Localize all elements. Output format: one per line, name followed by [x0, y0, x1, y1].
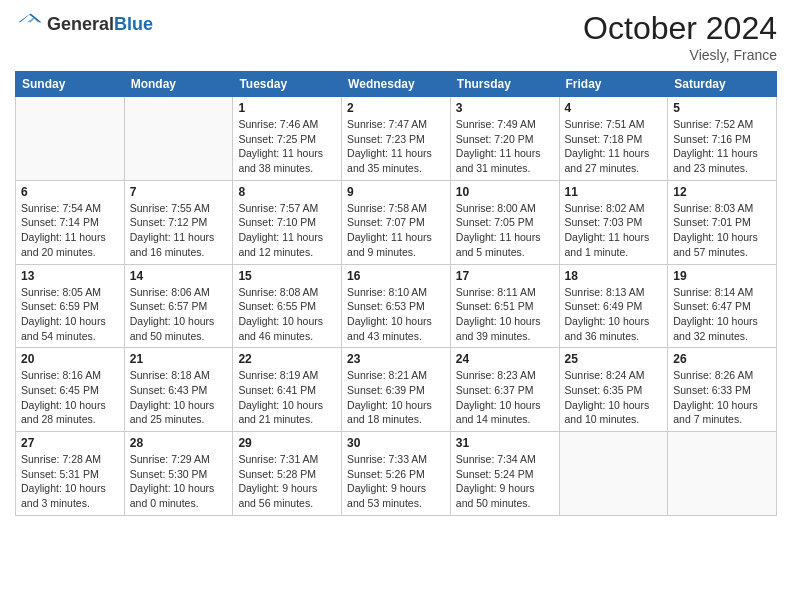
calendar-cell: 1Sunrise: 7:46 AMSunset: 7:25 PMDaylight… [233, 97, 342, 181]
day-info: Sunrise: 8:21 AMSunset: 6:39 PMDaylight:… [347, 368, 445, 427]
day-info: Sunrise: 7:29 AMSunset: 5:30 PMDaylight:… [130, 452, 228, 511]
calendar-cell: 9Sunrise: 7:58 AMSunset: 7:07 PMDaylight… [342, 180, 451, 264]
day-number: 14 [130, 269, 228, 283]
day-number: 30 [347, 436, 445, 450]
day-number: 3 [456, 101, 554, 115]
weekday-header-saturday: Saturday [668, 72, 777, 97]
day-number: 27 [21, 436, 119, 450]
calendar-header: SundayMondayTuesdayWednesdayThursdayFrid… [16, 72, 777, 97]
calendar-cell [668, 432, 777, 516]
day-number: 8 [238, 185, 336, 199]
day-number: 1 [238, 101, 336, 115]
day-info: Sunrise: 8:00 AMSunset: 7:05 PMDaylight:… [456, 201, 554, 260]
logo-blue: Blue [114, 14, 153, 34]
day-info: Sunrise: 7:51 AMSunset: 7:18 PMDaylight:… [565, 117, 663, 176]
calendar-week-5: 27Sunrise: 7:28 AMSunset: 5:31 PMDayligh… [16, 432, 777, 516]
day-number: 7 [130, 185, 228, 199]
day-info: Sunrise: 8:13 AMSunset: 6:49 PMDaylight:… [565, 285, 663, 344]
day-info: Sunrise: 8:08 AMSunset: 6:55 PMDaylight:… [238, 285, 336, 344]
day-info: Sunrise: 8:05 AMSunset: 6:59 PMDaylight:… [21, 285, 119, 344]
day-info: Sunrise: 7:49 AMSunset: 7:20 PMDaylight:… [456, 117, 554, 176]
weekday-header-monday: Monday [124, 72, 233, 97]
weekday-header-friday: Friday [559, 72, 668, 97]
calendar-cell: 18Sunrise: 8:13 AMSunset: 6:49 PMDayligh… [559, 264, 668, 348]
calendar-cell: 31Sunrise: 7:34 AMSunset: 5:24 PMDayligh… [450, 432, 559, 516]
day-number: 18 [565, 269, 663, 283]
weekday-header-thursday: Thursday [450, 72, 559, 97]
day-info: Sunrise: 8:19 AMSunset: 6:41 PMDaylight:… [238, 368, 336, 427]
day-number: 2 [347, 101, 445, 115]
calendar-cell: 10Sunrise: 8:00 AMSunset: 7:05 PMDayligh… [450, 180, 559, 264]
day-info: Sunrise: 8:16 AMSunset: 6:45 PMDaylight:… [21, 368, 119, 427]
day-info: Sunrise: 7:47 AMSunset: 7:23 PMDaylight:… [347, 117, 445, 176]
calendar-cell: 13Sunrise: 8:05 AMSunset: 6:59 PMDayligh… [16, 264, 125, 348]
day-info: Sunrise: 8:23 AMSunset: 6:37 PMDaylight:… [456, 368, 554, 427]
calendar-body: 1Sunrise: 7:46 AMSunset: 7:25 PMDaylight… [16, 97, 777, 516]
day-number: 23 [347, 352, 445, 366]
day-number: 29 [238, 436, 336, 450]
day-number: 21 [130, 352, 228, 366]
day-number: 25 [565, 352, 663, 366]
title-block: October 2024 Viesly, France [583, 10, 777, 63]
calendar-cell: 27Sunrise: 7:28 AMSunset: 5:31 PMDayligh… [16, 432, 125, 516]
calendar-week-1: 1Sunrise: 7:46 AMSunset: 7:25 PMDaylight… [16, 97, 777, 181]
day-number: 28 [130, 436, 228, 450]
day-number: 16 [347, 269, 445, 283]
calendar-cell: 21Sunrise: 8:18 AMSunset: 6:43 PMDayligh… [124, 348, 233, 432]
calendar-week-3: 13Sunrise: 8:05 AMSunset: 6:59 PMDayligh… [16, 264, 777, 348]
day-info: Sunrise: 7:28 AMSunset: 5:31 PMDaylight:… [21, 452, 119, 511]
day-number: 9 [347, 185, 445, 199]
logo-text: GeneralBlue [47, 14, 153, 35]
calendar-cell: 17Sunrise: 8:11 AMSunset: 6:51 PMDayligh… [450, 264, 559, 348]
calendar-cell: 26Sunrise: 8:26 AMSunset: 6:33 PMDayligh… [668, 348, 777, 432]
svg-marker-1 [27, 17, 41, 22]
calendar-cell [559, 432, 668, 516]
day-info: Sunrise: 7:33 AMSunset: 5:26 PMDaylight:… [347, 452, 445, 511]
day-info: Sunrise: 7:52 AMSunset: 7:16 PMDaylight:… [673, 117, 771, 176]
calendar-cell: 6Sunrise: 7:54 AMSunset: 7:14 PMDaylight… [16, 180, 125, 264]
calendar-cell: 23Sunrise: 8:21 AMSunset: 6:39 PMDayligh… [342, 348, 451, 432]
calendar-cell: 28Sunrise: 7:29 AMSunset: 5:30 PMDayligh… [124, 432, 233, 516]
calendar-table: SundayMondayTuesdayWednesdayThursdayFrid… [15, 71, 777, 516]
day-number: 22 [238, 352, 336, 366]
logo-icon [15, 10, 43, 38]
calendar-cell: 30Sunrise: 7:33 AMSunset: 5:26 PMDayligh… [342, 432, 451, 516]
day-info: Sunrise: 7:46 AMSunset: 7:25 PMDaylight:… [238, 117, 336, 176]
calendar-cell [16, 97, 125, 181]
weekday-header-sunday: Sunday [16, 72, 125, 97]
location: Viesly, France [583, 47, 777, 63]
day-number: 24 [456, 352, 554, 366]
logo-general: General [47, 14, 114, 34]
day-number: 26 [673, 352, 771, 366]
day-number: 11 [565, 185, 663, 199]
day-info: Sunrise: 8:14 AMSunset: 6:47 PMDaylight:… [673, 285, 771, 344]
day-number: 6 [21, 185, 119, 199]
calendar-cell: 8Sunrise: 7:57 AMSunset: 7:10 PMDaylight… [233, 180, 342, 264]
weekday-header-wednesday: Wednesday [342, 72, 451, 97]
day-number: 5 [673, 101, 771, 115]
calendar-cell: 5Sunrise: 7:52 AMSunset: 7:16 PMDaylight… [668, 97, 777, 181]
calendar-week-4: 20Sunrise: 8:16 AMSunset: 6:45 PMDayligh… [16, 348, 777, 432]
day-info: Sunrise: 8:11 AMSunset: 6:51 PMDaylight:… [456, 285, 554, 344]
calendar-cell: 25Sunrise: 8:24 AMSunset: 6:35 PMDayligh… [559, 348, 668, 432]
day-info: Sunrise: 7:58 AMSunset: 7:07 PMDaylight:… [347, 201, 445, 260]
day-number: 12 [673, 185, 771, 199]
calendar-cell: 2Sunrise: 7:47 AMSunset: 7:23 PMDaylight… [342, 97, 451, 181]
calendar-cell: 11Sunrise: 8:02 AMSunset: 7:03 PMDayligh… [559, 180, 668, 264]
calendar-cell: 19Sunrise: 8:14 AMSunset: 6:47 PMDayligh… [668, 264, 777, 348]
day-number: 31 [456, 436, 554, 450]
day-number: 4 [565, 101, 663, 115]
day-number: 15 [238, 269, 336, 283]
day-info: Sunrise: 7:54 AMSunset: 7:14 PMDaylight:… [21, 201, 119, 260]
calendar-cell: 24Sunrise: 8:23 AMSunset: 6:37 PMDayligh… [450, 348, 559, 432]
calendar-cell: 22Sunrise: 8:19 AMSunset: 6:41 PMDayligh… [233, 348, 342, 432]
day-info: Sunrise: 7:55 AMSunset: 7:12 PMDaylight:… [130, 201, 228, 260]
weekday-header-tuesday: Tuesday [233, 72, 342, 97]
weekday-header-row: SundayMondayTuesdayWednesdayThursdayFrid… [16, 72, 777, 97]
day-info: Sunrise: 8:03 AMSunset: 7:01 PMDaylight:… [673, 201, 771, 260]
day-number: 17 [456, 269, 554, 283]
day-info: Sunrise: 8:26 AMSunset: 6:33 PMDaylight:… [673, 368, 771, 427]
day-number: 13 [21, 269, 119, 283]
day-info: Sunrise: 8:18 AMSunset: 6:43 PMDaylight:… [130, 368, 228, 427]
calendar-cell: 29Sunrise: 7:31 AMSunset: 5:28 PMDayligh… [233, 432, 342, 516]
